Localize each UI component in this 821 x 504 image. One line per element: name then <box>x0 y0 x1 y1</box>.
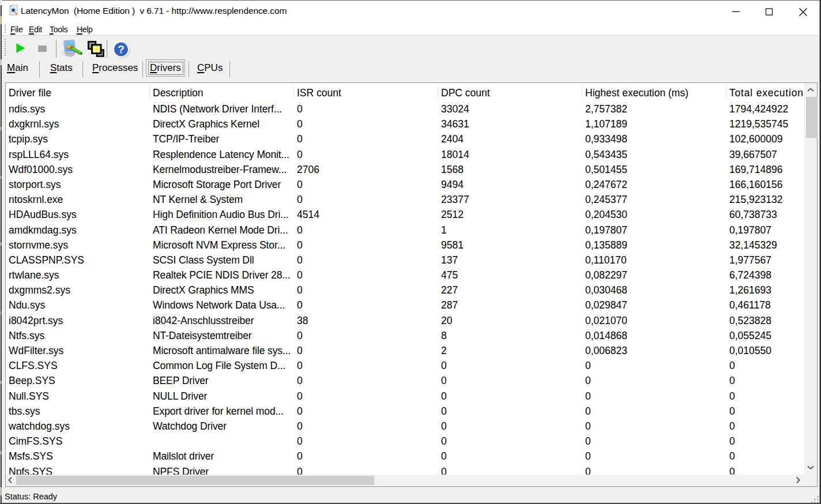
svg-text:?: ? <box>118 43 125 55</box>
